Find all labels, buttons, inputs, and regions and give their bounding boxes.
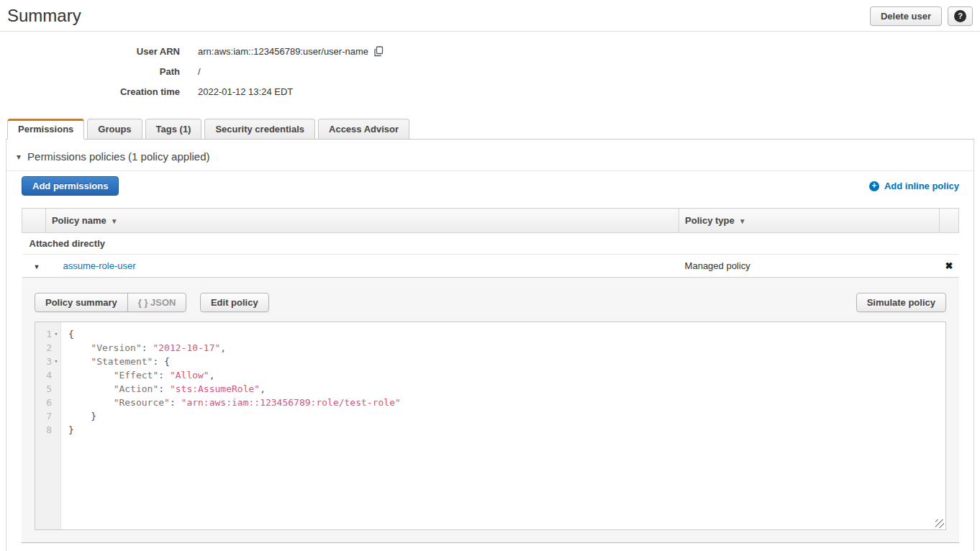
- path-value: /: [198, 66, 201, 77]
- gutter-line: 1▾: [35, 327, 60, 341]
- resize-handle[interactable]: [935, 519, 944, 528]
- json-view-button[interactable]: { } JSON: [127, 293, 187, 312]
- gutter-line: 3▾: [35, 355, 60, 368]
- policy-actions-row: Add permissions + Add inline policy: [22, 176, 959, 196]
- editor-code[interactable]: { "Version": "2012-10-17", "Statement": …: [61, 322, 945, 529]
- code-line: "Resource": "arn:aws:iam::123456789:role…: [68, 396, 945, 409]
- tab-access-advisor[interactable]: Access Advisor: [318, 119, 409, 139]
- code-line: "Effect": "Allow",: [68, 368, 945, 382]
- permissions-policies-section-title: Permissions policies (1 policy applied): [27, 150, 209, 163]
- creation-time-label: Creation time: [0, 86, 180, 97]
- policy-summary-button[interactable]: Policy summary: [35, 293, 128, 312]
- expand-column-header: [22, 209, 46, 233]
- section-divider: [6, 170, 974, 171]
- policy-table-container: Policy name▼ Policy type▼ Attached direc…: [22, 208, 959, 543]
- code-line: "Statement": {: [68, 355, 945, 368]
- gutter-line: 7: [35, 409, 60, 423]
- gutter-line: 2: [35, 341, 60, 355]
- user-arn-text: arn:aws:iam::123456789:user/user-name: [198, 46, 368, 57]
- tab-permissions[interactable]: Permissions: [7, 119, 84, 140]
- copy-icon[interactable]: [373, 46, 384, 57]
- code-line: "Version": "2012-10-17",: [68, 341, 945, 355]
- header-actions: Delete user ?: [870, 6, 973, 26]
- user-arn-label: User ARN: [0, 46, 180, 57]
- code-line: }: [68, 409, 945, 423]
- page-header: Summary Delete user ?: [0, 0, 980, 32]
- editor-gutter: 1▾23▾45678: [35, 322, 61, 529]
- gutter-line: 8: [35, 423, 60, 437]
- attached-directly-label: Attached directly: [22, 233, 959, 255]
- creation-time-value: 2022-01-12 13:24 EDT: [198, 86, 293, 97]
- permissions-policies-section-toggle[interactable]: ▾ Permissions policies (1 policy applied…: [6, 140, 974, 163]
- code-line: {: [68, 327, 945, 341]
- code-line: }: [68, 423, 945, 437]
- gutter-line: 6: [35, 396, 60, 409]
- sort-caret-icon: ▼: [739, 217, 746, 225]
- field-row-creation-time: Creation time 2022-01-12 13:24 EDT: [0, 81, 980, 101]
- sort-caret-icon: ▼: [111, 217, 118, 225]
- expand-policy-caret-icon[interactable]: ▼: [28, 263, 40, 270]
- user-arn-value: arn:aws:iam::123456789:user/user-name: [198, 46, 384, 57]
- policy-view-toggle: Policy summary { } JSON: [35, 293, 186, 312]
- policy-table-header-row: Policy name▼ Policy type▼: [22, 209, 959, 233]
- tab-security-credentials[interactable]: Security credentials: [204, 119, 315, 139]
- detach-policy-x-icon[interactable]: ✖: [940, 255, 959, 278]
- tab-tags[interactable]: Tags (1): [145, 119, 202, 139]
- gutter-line: 4: [35, 368, 60, 382]
- field-row-path: Path /: [0, 61, 980, 81]
- add-inline-policy-label: Add inline policy: [884, 181, 959, 191]
- tab-groups[interactable]: Groups: [87, 119, 142, 139]
- tab-bar: Permissions Groups Tags (1) Security cre…: [6, 117, 974, 140]
- field-row-user-arn: User ARN arn:aws:iam::123456789:user/use…: [0, 41, 980, 61]
- policy-name-link[interactable]: assume-role-user: [63, 260, 135, 271]
- question-mark-icon: ?: [954, 10, 966, 22]
- plus-circle-icon: +: [869, 181, 879, 191]
- code-line: "Action": "sts:AssumeRole",: [68, 382, 945, 396]
- add-inline-policy-link[interactable]: + Add inline policy: [869, 181, 959, 191]
- simulate-policy-button[interactable]: Simulate policy: [856, 293, 946, 312]
- policy-detail-toolbar: Policy summary { } JSON Edit policy Simu…: [35, 293, 946, 312]
- path-label: Path: [0, 66, 180, 77]
- help-button[interactable]: ?: [948, 6, 973, 26]
- collapse-caret-icon: ▾: [17, 152, 21, 162]
- policy-detail-panel: Policy summary { } JSON Edit policy Simu…: [22, 278, 959, 543]
- policy-table: Policy name▼ Policy type▼ Attached direc…: [22, 208, 959, 278]
- user-details: User ARN arn:aws:iam::123456789:user/use…: [0, 41, 980, 101]
- page-title: Summary: [7, 6, 81, 26]
- policy-view-buttons: Policy summary { } JSON Edit policy: [35, 293, 269, 312]
- policy-name-column-header[interactable]: Policy name▼: [45, 209, 679, 233]
- policy-json-editor[interactable]: 1▾23▾45678 { "Version": "2012-10-17", "S…: [35, 322, 946, 530]
- gutter-line: 5: [35, 382, 60, 396]
- table-row: ▼ assume-role-user Managed policy ✖: [22, 255, 959, 278]
- fold-caret-icon[interactable]: ▾: [52, 355, 60, 368]
- fold-caret-icon[interactable]: ▾: [52, 327, 60, 341]
- policy-type-cell: Managed policy: [679, 255, 940, 278]
- delete-user-button[interactable]: Delete user: [870, 6, 942, 26]
- permissions-tab-panel: ▾ Permissions policies (1 policy applied…: [6, 140, 974, 551]
- edit-policy-button[interactable]: Edit policy: [200, 293, 269, 312]
- actions-column-header: [940, 209, 959, 233]
- add-permissions-button[interactable]: Add permissions: [22, 176, 119, 196]
- attached-directly-group-row: Attached directly: [22, 233, 959, 255]
- policy-type-column-header[interactable]: Policy type▼: [679, 209, 940, 233]
